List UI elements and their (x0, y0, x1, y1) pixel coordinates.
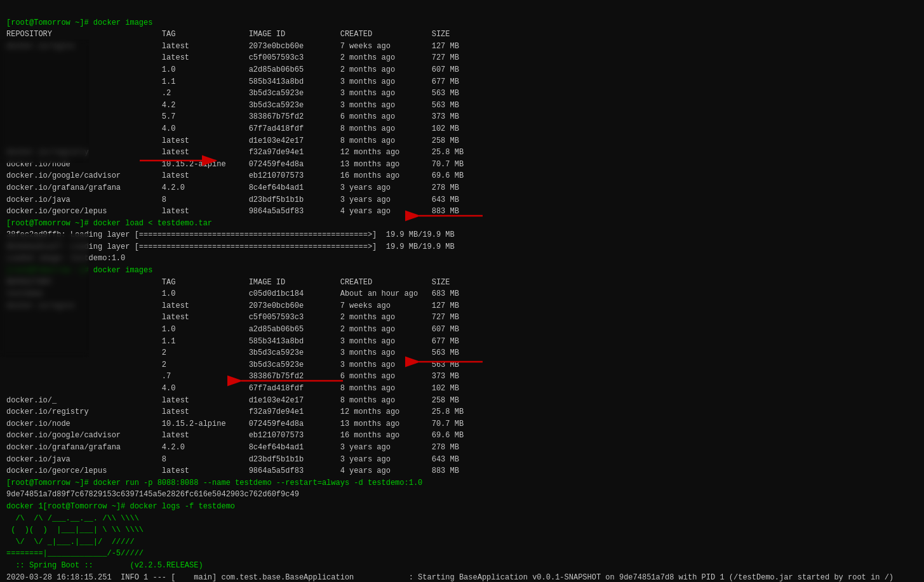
data-line-12: docker.io/google/cadvisor latest eb12107… (6, 171, 464, 180)
data-line-b14: docker.io/java 8 d23bdf5b1b1b 3 years ag… (6, 455, 459, 464)
container-id: 9de74851a7d89f7c67829153c6397145a5e2826f… (6, 490, 299, 499)
log-1: 2020-03-28 16:18:15.251 INFO 1 --- [ mai… (6, 573, 894, 582)
blur-region-bottom (0, 234, 89, 357)
spring-banner: /\ /\ /___.__.__. /\\ \\\\ ( )( ) |___|_… (6, 514, 144, 559)
data-line-b7: .7 383867b75fd2 6 months ago 373 MB (6, 372, 459, 381)
spring-info: :: Spring Boot :: (v2.2.5.RELEASE) (6, 561, 203, 570)
data-line-b9: docker.io/_ latest d1e103e42e17 8 months… (6, 396, 459, 405)
data-line-b13: docker.io/grafana/grafana 4.2.0 8c4ef64b… (6, 443, 459, 452)
data-line-b12: docker.io/google/cadvisor latest eb12107… (6, 431, 464, 440)
data-line-b15: docker.io/georce/lepus latest 9864a5a5df… (6, 466, 459, 475)
header-line-1: REPOSITORY TAG IMAGE ID CREATED SIZE (6, 30, 450, 39)
data-line-b10: docker.io/registry latest f32a97de94e1 1… (6, 407, 464, 416)
data-line-b8: 4.0 67f7ad418fdf 8 months ago 102 MB (6, 384, 459, 393)
data-line-14: docker.io/java 8 d23bdf5b1b1b 3 years ag… (6, 195, 459, 204)
data-line-b11: docker.io/node 10.15.2-alpine 072459fe4d… (6, 420, 464, 428)
prompt-line-1: [root@Tomorrow ~]# docker images (6, 18, 152, 27)
data-line-13: docker.io/grafana/grafana 4.2.0 8c4ef64b… (6, 183, 459, 192)
prompt-load: [root@Tomorrow ~]# docker load < testdem… (6, 219, 212, 228)
prompt-docker-logs: docker 1[root@Tomorrow ~]# docker logs -… (6, 502, 235, 511)
terminal-container: [root@Tomorrow ~]# docker images REPOSIT… (0, 0, 924, 582)
prompt-docker-run: [root@Tomorrow ~]# docker run -p 8088:80… (6, 479, 422, 487)
data-line-15: docker.io/georce/lepus latest 9864a5a5df… (6, 207, 459, 216)
data-line-b6: 2 3b5d3ca5923e 3 months ago 563 MB (6, 360, 459, 369)
blur-region-top (0, 39, 89, 163)
